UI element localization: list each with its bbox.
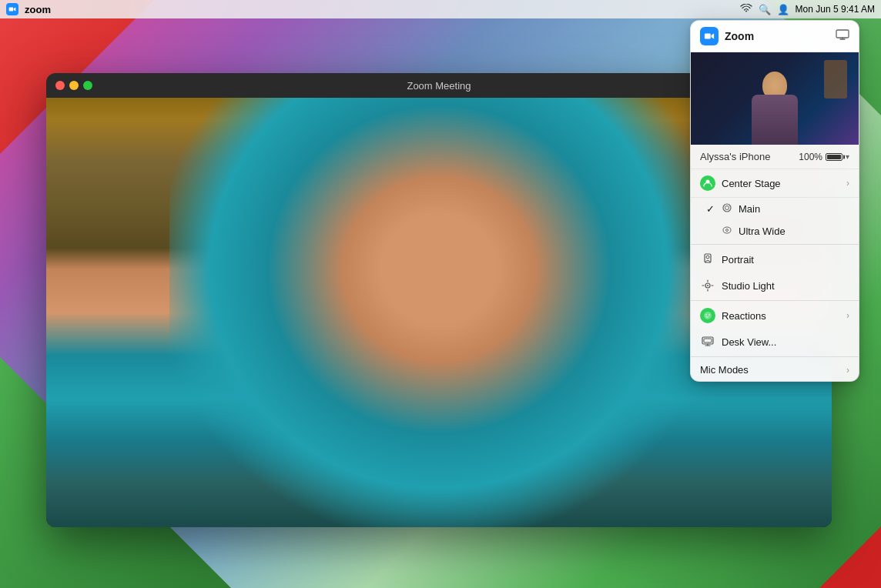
device-name: Alyssa's iPhone — [700, 151, 799, 162]
mic-modes-label: Mic Modes — [700, 364, 846, 376]
maximize-button[interactable] — [83, 81, 92, 90]
menu-item-desk-view[interactable]: Desk View... — [691, 329, 859, 355]
svg-rect-2 — [836, 30, 849, 38]
user-icon-menubar: 👤 — [777, 4, 789, 15]
camera-circle-icon — [722, 202, 732, 215]
mic-modes-chevron-icon: › — [846, 365, 849, 376]
menubar: zoom 🔍 👤 Mon Jun 5 9:41 AM — [0, 0, 881, 18]
search-icon-menubar[interactable]: 🔍 — [759, 4, 771, 15]
desk-view-label: Desk View... — [722, 336, 849, 348]
device-chevron-icon[interactable]: ▾ — [846, 152, 849, 161]
desk-view-icon — [700, 334, 715, 349]
checkmark-icon: ✓ — [706, 203, 719, 215]
svg-point-16 — [705, 314, 707, 316]
person-silhouette — [169, 98, 708, 527]
svg-point-10 — [707, 285, 708, 286]
portrait-icon — [700, 252, 715, 267]
menu-divider-2 — [691, 300, 859, 301]
traffic-lights — [55, 81, 92, 90]
camera-option-main-label: Main — [739, 203, 760, 215]
menubar-app-name: zoom — [25, 4, 51, 15]
svg-rect-19 — [704, 339, 712, 342]
studio-light-icon — [700, 278, 715, 293]
svg-rect-1 — [705, 34, 711, 39]
menubar-right: 🔍 👤 Mon Jun 5 9:41 AM — [740, 4, 875, 15]
svg-point-4 — [723, 204, 731, 212]
menu-item-reactions[interactable]: Reactions › — [691, 302, 859, 329]
window-title: Zoom Meeting — [407, 80, 471, 92]
menu-item-studio-light[interactable]: Studio Light — [691, 272, 859, 299]
center-stage-row[interactable]: Center Stage › — [691, 169, 859, 198]
center-stage-label: Center Stage — [722, 178, 846, 189]
mic-modes-row[interactable]: Mic Modes › — [691, 359, 859, 381]
reactions-icon — [700, 308, 715, 323]
desktop: zoom 🔍 👤 Mon Jun 5 9:41 AM — [0, 0, 881, 588]
close-button[interactable] — [55, 81, 65, 90]
battery-percent: 100% — [799, 152, 822, 162]
svg-point-17 — [708, 314, 710, 316]
zoom-app-icon — [700, 27, 719, 45]
zoom-menu-icon — [6, 3, 18, 15]
center-stage-icon — [700, 175, 715, 191]
svg-point-6 — [726, 229, 729, 232]
battery-bar — [826, 153, 842, 161]
reactions-label: Reactions — [722, 310, 846, 322]
camera-preview — [691, 52, 859, 145]
menu-divider-1 — [691, 244, 859, 245]
camera-option-ultrawide[interactable]: ✓ Ultra Wide — [691, 220, 859, 242]
reactions-chevron-icon: › — [846, 310, 849, 321]
zoom-dropdown-panel: Zoom Alyssa's iPhone — [690, 20, 859, 382]
center-stage-chevron-icon: › — [846, 178, 849, 189]
camera-option-main[interactable]: ✓ Main — [691, 198, 859, 220]
ultrawide-icon — [722, 225, 732, 238]
svg-rect-0 — [9, 8, 14, 12]
studio-light-label: Studio Light — [722, 280, 849, 292]
svg-point-8 — [706, 256, 709, 259]
corner-decoration-red-br — [819, 526, 881, 588]
portrait-label: Portrait — [722, 254, 849, 266]
device-row: Alyssa's iPhone 100% ▾ — [691, 145, 859, 169]
camera-option-ultrawide-label: Ultra Wide — [739, 226, 786, 237]
menu-divider-3 — [691, 356, 859, 357]
monitor-icon — [836, 29, 849, 43]
dropdown-app-name: Zoom — [725, 30, 836, 42]
menu-item-portrait[interactable]: Portrait — [691, 246, 859, 272]
dropdown-header: Zoom — [691, 21, 859, 52]
menubar-time: Mon Jun 5 9:41 AM — [796, 4, 875, 15]
wifi-icon — [740, 4, 752, 15]
svg-point-15 — [704, 312, 712, 319]
minimize-button[interactable] — [69, 81, 79, 90]
battery-status: 100% — [799, 152, 842, 162]
menubar-left: zoom — [6, 3, 51, 15]
svg-point-5 — [725, 206, 729, 210]
battery-fill — [827, 155, 841, 159]
